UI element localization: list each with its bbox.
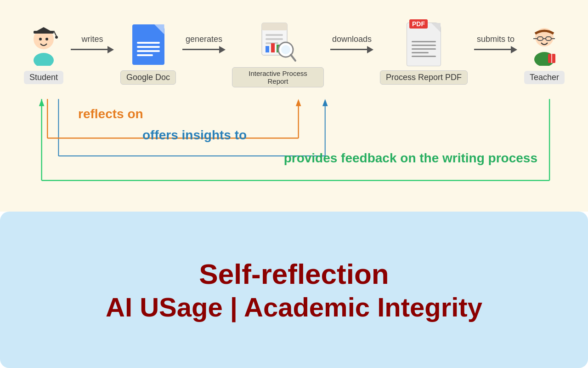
- provides-feedback-label: provides feedback on the writing process: [142, 151, 537, 166]
- ipr-label: Interactive Process Report: [232, 67, 324, 87]
- arrow-submits-label: submits to: [477, 34, 514, 44]
- svg-point-17: [281, 45, 290, 54]
- svg-rect-14: [271, 43, 275, 52]
- svg-marker-34: [322, 99, 328, 106]
- flow-row: Student writes Goo: [14, 9, 574, 92]
- flow-node-student: Student: [23, 22, 64, 84]
- arrow-submits: submits to: [474, 34, 517, 53]
- flow-node-pdf: PDF Process Report PDF: [380, 22, 468, 85]
- pdf-icon: PDF: [407, 23, 441, 66]
- svg-rect-13: [266, 46, 269, 52]
- gdoc-label: Google Doc: [120, 70, 176, 85]
- svg-point-4: [55, 36, 58, 39]
- arrow-downloads-label: downloads: [332, 34, 372, 44]
- pdf-badge: PDF: [409, 19, 428, 29]
- teacher-label: Teacher: [524, 71, 565, 84]
- bottom-section: Self-reflection AI USage | Academic Inte…: [0, 212, 588, 368]
- arrow-writes-label: writes: [81, 34, 103, 44]
- pdf-icon-container: PDF: [403, 22, 445, 68]
- svg-line-3: [54, 31, 57, 36]
- gdoc-icon: [132, 24, 164, 65]
- flow-node-ipr: Interactive Process Report: [232, 18, 324, 87]
- student-icon: [23, 22, 64, 68]
- arrow-generates: generates: [182, 34, 226, 53]
- pdf-label: Process Report PDF: [380, 70, 468, 85]
- svg-point-5: [39, 38, 42, 40]
- ai-usage-title: AI USage | Academic Integrity: [106, 292, 482, 322]
- arrow-downloads: downloads: [330, 34, 373, 53]
- svg-point-7: [34, 53, 54, 66]
- flow-node-teacher: Teacher: [524, 22, 565, 84]
- svg-point-6: [45, 38, 48, 40]
- svg-rect-11: [266, 38, 283, 40]
- feedback-section: reflects on offers insights to provides …: [23, 97, 565, 189]
- top-section: Student writes Goo: [0, 0, 588, 212]
- reflects-on-label: reflects on: [78, 107, 143, 121]
- student-label: Student: [24, 71, 63, 84]
- teacher-icon: [524, 22, 565, 68]
- self-reflection-title: Self-reflection: [199, 257, 389, 291]
- flow-node-gdoc: Google Doc: [120, 22, 176, 85]
- svg-line-18: [291, 55, 295, 61]
- svg-rect-10: [266, 34, 283, 36]
- svg-marker-39: [39, 99, 45, 106]
- gdoc-icon-container: [128, 22, 169, 68]
- offers-insights-label: offers insights to: [142, 128, 247, 143]
- arrow-generates-label: generates: [186, 34, 222, 44]
- svg-marker-38: [296, 99, 301, 106]
- svg-rect-9: [262, 23, 287, 30]
- arrow-writes: writes: [71, 34, 114, 53]
- ipr-icon: [257, 18, 299, 64]
- svg-marker-2: [34, 27, 54, 33]
